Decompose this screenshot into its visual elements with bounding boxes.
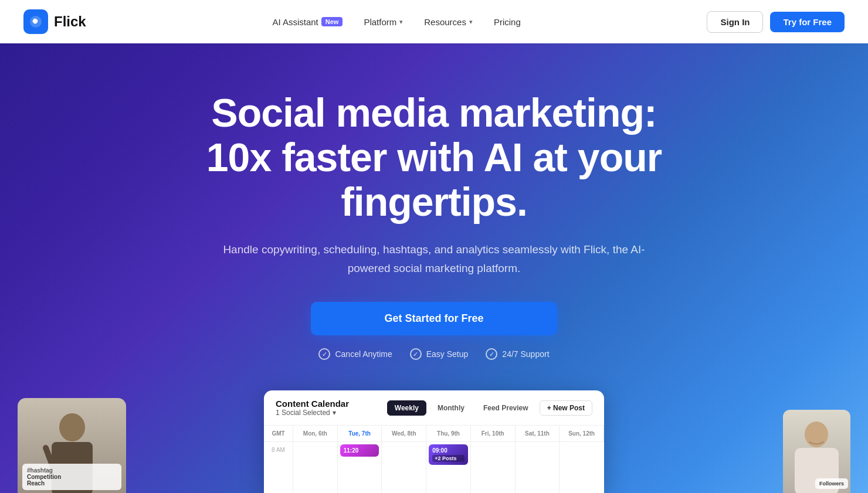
col-thu: Thu, 9th: [426, 426, 471, 441]
hero-subtitle: Handle copywriting, scheduling, hashtags…: [223, 240, 645, 277]
new-post-button[interactable]: + New Post: [540, 400, 592, 416]
calendar-social-selected: 1 Social Selected ▾: [276, 409, 349, 417]
content-calendar-preview: Content Calendar 1 Social Selected ▾ Wee…: [264, 390, 604, 493]
preview-right-person: Followers: [783, 410, 850, 493]
trust-item-support: ✓ 24/7 Support: [486, 348, 549, 360]
calendar-tabs: Weekly Monthly Feed Preview + New Post: [387, 400, 592, 416]
ai-new-badge: New: [321, 17, 343, 26]
tab-monthly[interactable]: Monthly: [430, 400, 472, 416]
calendar-header: Content Calendar 1 Social Selected ▾ Wee…: [264, 390, 604, 426]
hero-preview: #hashtag Competition Reach Content Calen…: [0, 389, 868, 493]
hero-trust-items: ✓ Cancel Anytime ✓ Easy Setup ✓ 24/7 Sup…: [318, 348, 549, 360]
day-fri-cell: [471, 442, 516, 493]
followers-label: Followers: [819, 481, 844, 487]
hero-section: Social media marketing: 10x faster with …: [0, 0, 868, 493]
time-8am: 8 AM: [264, 442, 293, 493]
event-time-1: 11:20: [344, 447, 376, 454]
tab-feed-preview[interactable]: Feed Preview: [476, 400, 536, 416]
day-mon-cell: [293, 442, 338, 493]
tab-weekly[interactable]: Weekly: [387, 400, 426, 416]
try-for-free-button[interactable]: Try for Free: [770, 12, 845, 32]
col-sat: Sat, 11th: [516, 426, 560, 441]
sign-in-button[interactable]: Sign In: [707, 11, 763, 33]
day-sat-cell: [516, 442, 560, 493]
event-posts-badge: +2 Posts: [432, 455, 464, 462]
reach-label: Reach: [27, 480, 117, 487]
hashtag-label: #hashtag: [27, 467, 117, 474]
hero-content: Social media marketing: 10x faster with …: [183, 43, 685, 383]
col-tue: Tue, 7th: [338, 426, 382, 441]
nav-item-ai-assistant[interactable]: AI Assistant New: [264, 12, 351, 32]
day-wed-cell: [382, 442, 426, 493]
svg-point-5: [805, 421, 828, 447]
calendar-grid-body: 8 AM 11:20 09:00 +2 Posts: [264, 442, 604, 493]
trust-item-cancel: ✓ Cancel Anytime: [318, 348, 392, 360]
event-time-2: 09:00: [432, 447, 464, 454]
check-icon-support: ✓: [486, 348, 497, 360]
day-sun-cell: [560, 442, 604, 493]
nav-item-platform[interactable]: Platform ▾: [355, 12, 411, 32]
col-fri: Fri, 10th: [471, 426, 516, 441]
competition-label: Competition: [27, 474, 117, 480]
calendar-title: Content Calendar: [276, 399, 349, 409]
get-started-button[interactable]: Get Started for Free: [311, 302, 557, 335]
day-tue-cell: 11:20: [338, 442, 382, 493]
resources-chevron-icon: ▾: [469, 18, 473, 26]
hero-title: Social media marketing: 10x faster with …: [206, 90, 662, 224]
svg-point-1: [59, 413, 85, 441]
check-icon-setup: ✓: [410, 348, 422, 360]
nav-item-pricing[interactable]: Pricing: [486, 12, 529, 32]
day-thu-cell: 09:00 +2 Posts: [426, 442, 471, 493]
calendar-grid-header: GMT Mon, 6th Tue, 7th Wed, 8th Thu, 9th …: [264, 426, 604, 442]
nav-item-resources[interactable]: Resources ▾: [416, 12, 481, 32]
preview-left-person: #hashtag Competition Reach: [18, 398, 126, 493]
logo-text: Flick: [54, 13, 86, 30]
logo[interactable]: Flick: [23, 9, 86, 34]
logo-icon: [23, 9, 48, 34]
col-wed: Wed, 8th: [382, 426, 426, 441]
navbar-actions: Sign In Try for Free: [707, 11, 845, 33]
chevron-down-icon: ▾: [333, 409, 336, 417]
main-nav: AI Assistant New Platform ▾ Resources ▾ …: [264, 12, 528, 32]
platform-chevron-icon: ▾: [399, 18, 403, 26]
col-gmt: GMT: [264, 426, 293, 441]
col-sun: Sun, 12th: [560, 426, 604, 441]
col-mon: Mon, 6th: [293, 426, 338, 441]
trust-item-setup: ✓ Easy Setup: [410, 348, 469, 360]
calendar-title-wrap: Content Calendar 1 Social Selected ▾: [276, 399, 349, 417]
check-icon-cancel: ✓: [318, 348, 330, 360]
navbar: Flick AI Assistant New Platform ▾ Resour…: [0, 0, 868, 43]
